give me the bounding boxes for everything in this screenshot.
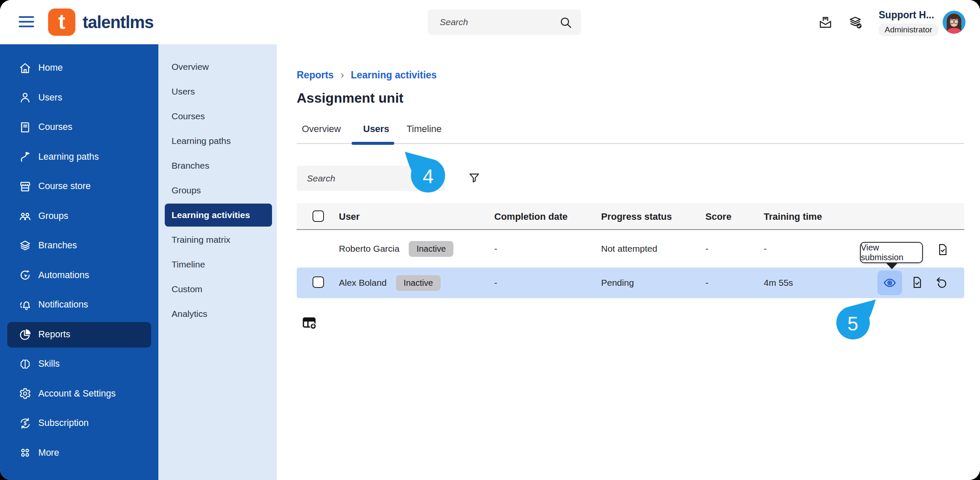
score-cell: - [705, 267, 708, 298]
column-score: Score [705, 203, 731, 230]
column-training-time: Training time [764, 203, 822, 230]
training-time-cell: - [764, 230, 767, 267]
people-icon [19, 210, 32, 222]
path-flag-icon [19, 150, 32, 163]
completion-date-cell: - [494, 230, 497, 267]
progress-status-cell: Pending [601, 267, 634, 298]
training-time-cell: 4m 55s [764, 267, 793, 298]
user-icon [19, 91, 32, 104]
submenu-item-courses[interactable]: Courses [158, 104, 277, 129]
grade-assignment-icon[interactable] [911, 276, 923, 289]
breadcrumb-reports[interactable]: Reports [297, 69, 334, 81]
reports-submenu: Overview Users Courses Learning paths Br… [158, 44, 277, 480]
submenu-item-groups[interactable]: Groups [158, 178, 277, 203]
column-completion-date: Completion date [494, 203, 567, 230]
submenu-item-custom[interactable]: Custom [158, 277, 277, 302]
brain-icon [19, 358, 32, 371]
row-checkbox[interactable] [312, 276, 324, 288]
tab-timeline[interactable]: Timeline [407, 124, 441, 135]
submenu-item-overview[interactable]: Overview [158, 55, 277, 79]
export-table-icon[interactable] [302, 315, 317, 331]
column-progress-status: Progress status [601, 203, 672, 230]
user-cell: Roberto Garcia Inactive [339, 230, 453, 267]
tooltip-arrow [886, 263, 897, 269]
breadcrumb: Reports › Learning activities [297, 69, 437, 81]
app-window: t talentlms Support H... Administrator [0, 0, 980, 480]
user-role-badge: Administrator [879, 23, 938, 36]
sidebar-item-reports[interactable]: Reports [7, 322, 151, 348]
tab-overview[interactable]: Overview [302, 124, 341, 135]
stack-badge-icon[interactable] [848, 15, 863, 30]
primary-sidebar: Home Users Courses Learning paths Course… [0, 44, 158, 480]
completion-date-cell: - [494, 267, 497, 298]
sidebar-item-more[interactable]: More [0, 438, 158, 468]
avatar[interactable] [943, 11, 966, 34]
user-cell: Alex Boland Inactive [339, 267, 441, 298]
callout-step-5: 5 [835, 299, 876, 340]
submenu-item-timeline[interactable]: Timeline [158, 252, 277, 277]
sidebar-item-learning-paths[interactable]: Learning paths [0, 142, 158, 172]
hamburger-menu-icon[interactable] [19, 16, 35, 29]
pie-chart-icon [19, 328, 32, 341]
sidebar-item-branches[interactable]: Branches [0, 231, 158, 261]
table-row-selected[interactable]: Alex Boland Inactive - Pending - 4m 55s [297, 267, 964, 298]
svg-text:$: $ [24, 420, 27, 426]
sidebar-item-course-store[interactable]: Course store [0, 172, 158, 201]
main-content: Reports › Learning activities Assignment… [277, 44, 980, 480]
top-bar: t talentlms Support H... Administrator [0, 0, 980, 44]
submenu-item-learning-activities[interactable]: Learning activities [165, 204, 272, 227]
layers-icon [19, 239, 32, 252]
book-icon [19, 121, 32, 134]
sidebar-item-automations[interactable]: Automations [0, 261, 158, 290]
sidebar-item-subscription[interactable]: $ Subscription [0, 408, 158, 438]
reset-undo-icon[interactable] [935, 276, 948, 289]
status-badge: Inactive [396, 275, 441, 291]
global-search-input[interactable] [428, 9, 581, 35]
score-cell: - [705, 230, 708, 267]
search-icon[interactable] [559, 16, 573, 31]
filter-icon[interactable] [468, 172, 481, 184]
storefront-icon [19, 180, 32, 193]
brand-name: talentlms [83, 13, 154, 32]
gear-icon [19, 387, 32, 400]
bell-icon [19, 299, 32, 311]
global-search [428, 9, 581, 35]
sidebar-item-courses[interactable]: Courses [0, 112, 158, 142]
submenu-item-analytics[interactable]: Analytics [158, 302, 277, 326]
brand-logo[interactable]: t [48, 9, 75, 36]
progress-status-cell: Not attempted [601, 230, 657, 267]
sidebar-item-groups[interactable]: Groups [0, 201, 158, 231]
dots-grid-icon [19, 446, 32, 459]
home-icon [19, 62, 32, 75]
sidebar-item-account-settings[interactable]: Account & Settings [0, 379, 158, 409]
active-tab-underline [352, 142, 394, 145]
sidebar-item-home[interactable]: Home [0, 53, 158, 83]
tooltip: View submission [860, 242, 923, 263]
select-all-checkbox[interactable] [312, 210, 324, 222]
dollar-refresh-icon: $ [19, 417, 32, 430]
view-submission-button[interactable] [877, 270, 902, 295]
tab-users[interactable]: Users [363, 124, 389, 135]
table-header: User Completion date Progress status Sco… [297, 203, 964, 230]
sidebar-item-users[interactable]: Users [0, 83, 158, 113]
submenu-item-branches[interactable]: Branches [158, 153, 277, 178]
callout-step-4: 4 [404, 151, 446, 193]
status-badge: Inactive [409, 241, 453, 257]
inbox-icon[interactable] [818, 15, 833, 30]
grade-assignment-icon[interactable] [936, 243, 949, 256]
automation-icon [19, 269, 32, 282]
sidebar-item-skills[interactable]: Skills [0, 349, 158, 379]
sidebar-item-notifications[interactable]: Notifications [0, 290, 158, 320]
chevron-right-icon: › [341, 69, 344, 81]
user-name: Support H... [879, 9, 943, 21]
column-user: User [339, 203, 360, 230]
eye-icon [883, 276, 897, 290]
tab-divider [297, 143, 964, 144]
submenu-item-users[interactable]: Users [158, 79, 277, 104]
submenu-item-learning-paths[interactable]: Learning paths [158, 129, 277, 153]
page-title: Assignment unit [297, 90, 404, 106]
submenu-item-training-matrix[interactable]: Training matrix [158, 227, 277, 252]
user-menu[interactable]: Support H... Administrator [879, 9, 943, 36]
breadcrumb-learning-activities[interactable]: Learning activities [351, 69, 437, 81]
